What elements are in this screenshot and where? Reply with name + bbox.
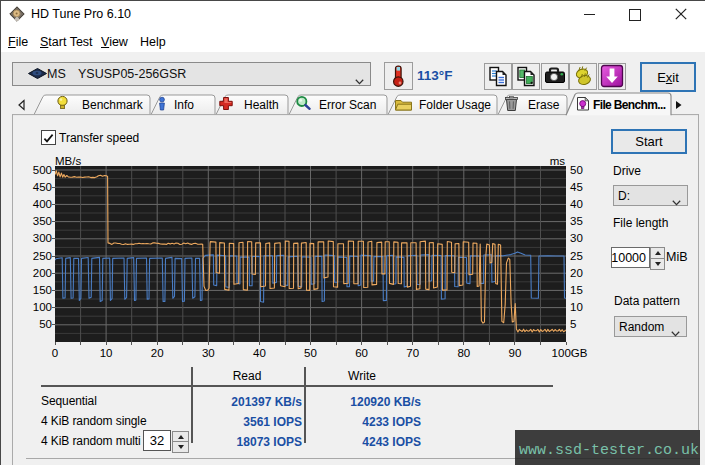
svg-text:Error Scan: Error Scan xyxy=(319,98,376,112)
svg-text:File Benchm...: File Benchm... xyxy=(593,98,666,112)
svg-text:Health: Health xyxy=(244,98,279,112)
svg-text:Erase: Erase xyxy=(528,98,560,112)
svg-text:Folder Usage: Folder Usage xyxy=(419,98,491,112)
svg-text:Benchmark: Benchmark xyxy=(82,98,144,112)
svg-text:Info: Info xyxy=(174,98,194,112)
